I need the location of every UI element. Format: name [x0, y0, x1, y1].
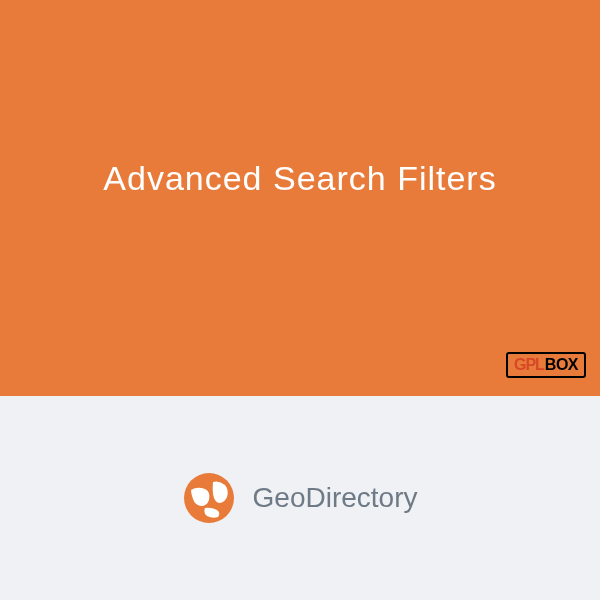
badge-box-text: BOX: [545, 356, 578, 374]
bottom-panel: GeoDirectory: [0, 396, 600, 600]
globe-icon: [183, 472, 235, 524]
page-title: Advanced Search Filters: [103, 159, 496, 198]
badge-gpl-text: GPL: [514, 356, 544, 374]
brand-name: GeoDirectory: [253, 482, 418, 514]
top-panel: Advanced Search Filters GPL BOX: [0, 0, 600, 396]
gplbox-badge: GPL BOX: [506, 352, 586, 378]
